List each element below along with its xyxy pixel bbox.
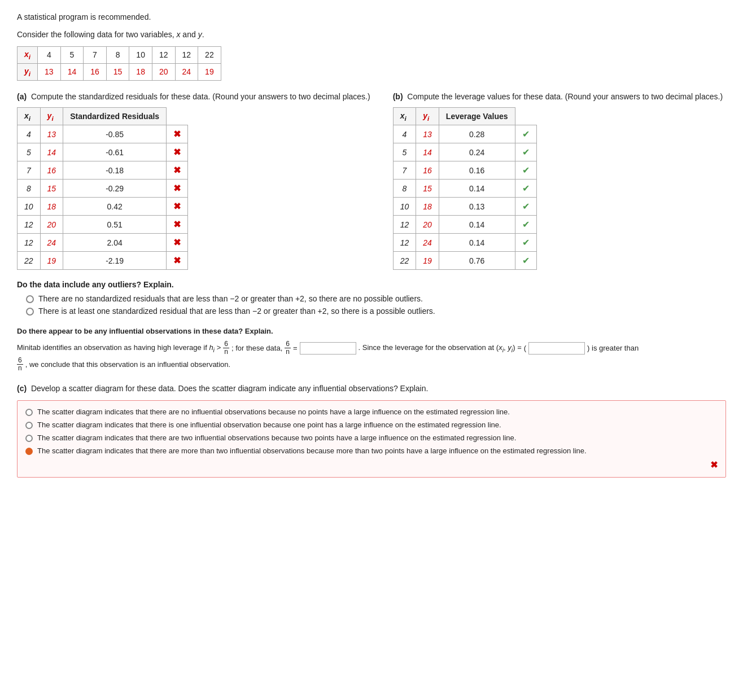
lv-cell: 0.14 xyxy=(439,216,515,234)
outlier-question: Do the data include any outliers? Explai… xyxy=(17,279,726,291)
xi-lv-cell: 10 xyxy=(393,198,416,216)
xi-lv-cell: 7 xyxy=(393,161,416,180)
sr-icon[interactable]: ✖ xyxy=(167,125,188,143)
residuals-row: 7 16 -0.18 ✖ xyxy=(18,161,188,180)
lv-cell: 0.76 xyxy=(439,252,515,270)
scatter-radio-2[interactable] xyxy=(25,435,33,442)
xi-cell: 22 xyxy=(18,252,41,270)
influential-section: Do there appear to be any influential ob… xyxy=(17,326,726,372)
part-a-desc: (a) Compute the standardized residuals f… xyxy=(17,91,370,103)
sr-cell: -2.19 xyxy=(63,252,167,270)
col-yi-lv-header: yi xyxy=(416,107,439,125)
formula-input-2[interactable] xyxy=(528,342,585,355)
xi-lv-cell: 5 xyxy=(393,143,416,161)
sr-cell: 2.04 xyxy=(63,234,167,252)
scatter-radio-3[interactable] xyxy=(25,448,33,455)
scatter-radio-1[interactable] xyxy=(25,422,33,429)
yi-lv-cell: 14 xyxy=(416,143,439,161)
xi-cell: 4 xyxy=(18,125,41,143)
leverage-row: 12 20 0.14 ✔ xyxy=(393,216,536,234)
outlier-text-0: There are no standardized residuals that… xyxy=(38,294,423,303)
sr-cell: 0.51 xyxy=(63,216,167,234)
lv-check-icon[interactable]: ✔ xyxy=(515,234,536,252)
xi-cell: 12 xyxy=(18,216,41,234)
formula-conclude-line: 6 n , we conclude that this observation … xyxy=(17,357,726,372)
yi-cell: 20 xyxy=(40,216,63,234)
part-b-desc: (b) Compute the leverage values for thes… xyxy=(393,91,723,103)
sr-icon[interactable]: ✖ xyxy=(167,161,188,180)
residuals-row: 8 15 -0.29 ✖ xyxy=(18,180,188,198)
residuals-row: 4 13 -0.85 ✖ xyxy=(18,125,188,143)
xi-lv-cell: 12 xyxy=(393,216,416,234)
scatter-option-3[interactable]: The scatter diagram indicates that there… xyxy=(25,447,718,455)
leverage-row: 10 18 0.13 ✔ xyxy=(393,198,536,216)
intro-line2: Consider the following data for two vari… xyxy=(17,29,726,41)
scatter-radio-0[interactable] xyxy=(25,409,33,416)
leverage-row: 4 13 0.28 ✔ xyxy=(393,125,536,143)
close-button[interactable]: ✖ xyxy=(710,460,718,470)
outlier-text-1: There is at least one standardized resid… xyxy=(38,307,435,316)
sr-cell: -0.85 xyxy=(63,125,167,143)
lv-check-icon[interactable]: ✔ xyxy=(515,252,536,270)
xi-cell: 10 xyxy=(18,198,41,216)
col-sr-header: Standardized Residuals xyxy=(63,107,167,125)
lv-cell: 0.16 xyxy=(439,161,515,180)
scatter-text-3: The scatter diagram indicates that there… xyxy=(37,447,587,455)
outlier-option-0[interactable]: There are no standardized residuals that… xyxy=(17,294,726,303)
sr-icon[interactable]: ✖ xyxy=(167,180,188,198)
influential-question: Do there appear to be any influential ob… xyxy=(17,326,726,337)
sr-icon[interactable]: ✖ xyxy=(167,216,188,234)
lv-check-icon[interactable]: ✔ xyxy=(515,161,536,180)
leverage-row: 7 16 0.16 ✔ xyxy=(393,161,536,180)
part-c: (c) Develop a scatter diagram for these … xyxy=(17,383,726,478)
formula-input-1[interactable] xyxy=(300,342,356,355)
scatter-option-0[interactable]: The scatter diagram indicates that there… xyxy=(25,408,718,416)
residuals-row: 10 18 0.42 ✖ xyxy=(18,198,188,216)
xi-lv-cell: 4 xyxy=(393,125,416,143)
lv-check-icon[interactable]: ✔ xyxy=(515,143,536,161)
sr-icon[interactable]: ✖ xyxy=(167,143,188,161)
lv-check-icon[interactable]: ✔ xyxy=(515,216,536,234)
sr-cell: 0.42 xyxy=(63,198,167,216)
xi-lv-cell: 8 xyxy=(393,180,416,198)
yi-lv-cell: 13 xyxy=(416,125,439,143)
sr-icon[interactable]: ✖ xyxy=(167,234,188,252)
xi-lv-cell: 12 xyxy=(393,234,416,252)
col-lv-header: Leverage Values xyxy=(439,107,515,125)
lv-check-icon[interactable]: ✔ xyxy=(515,180,536,198)
yi-lv-cell: 20 xyxy=(416,216,439,234)
lv-check-icon[interactable]: ✔ xyxy=(515,125,536,143)
leverage-row: 5 14 0.24 ✔ xyxy=(393,143,536,161)
scatter-text-2: The scatter diagram indicates that there… xyxy=(37,434,516,442)
scatter-box-footer: ✖ xyxy=(25,460,718,470)
residuals-table: xi yi Standardized Residuals 4 13 -0.85 … xyxy=(17,107,188,270)
xi-cell: 7 xyxy=(18,161,41,180)
sr-icon[interactable]: ✖ xyxy=(167,252,188,270)
scatter-options-box: The scatter diagram indicates that there… xyxy=(17,400,726,478)
scatter-option-2[interactable]: The scatter diagram indicates that there… xyxy=(25,434,718,442)
col-yi-header: yi xyxy=(40,107,63,125)
part-c-desc: (c) Develop a scatter diagram for these … xyxy=(17,383,726,395)
xi-cell: 5 xyxy=(18,143,41,161)
sr-icon[interactable]: ✖ xyxy=(167,198,188,216)
leverage-row: 8 15 0.14 ✔ xyxy=(393,180,536,198)
outlier-option-1[interactable]: There is at least one standardized resid… xyxy=(17,307,726,316)
scatter-text-0: The scatter diagram indicates that there… xyxy=(37,408,510,416)
scatter-text-1: The scatter diagram indicates that there… xyxy=(37,421,501,429)
yi-lv-cell: 19 xyxy=(416,252,439,270)
residuals-row: 12 24 2.04 ✖ xyxy=(18,234,188,252)
xi-cell: 12 xyxy=(18,234,41,252)
outlier-radio-1[interactable] xyxy=(26,308,34,316)
yi-cell: 19 xyxy=(40,252,63,270)
scatter-option-1[interactable]: The scatter diagram indicates that there… xyxy=(25,421,718,429)
outlier-radio-0[interactable] xyxy=(26,295,34,303)
sr-cell: -0.29 xyxy=(63,180,167,198)
yi-cell: 16 xyxy=(40,161,63,180)
leverage-row: 12 24 0.14 ✔ xyxy=(393,234,536,252)
lv-check-icon[interactable]: ✔ xyxy=(515,198,536,216)
yi-cell: 13 xyxy=(40,125,63,143)
lv-cell: 0.14 xyxy=(439,180,515,198)
yi-lv-cell: 16 xyxy=(416,161,439,180)
lv-cell: 0.24 xyxy=(439,143,515,161)
lv-cell: 0.13 xyxy=(439,198,515,216)
